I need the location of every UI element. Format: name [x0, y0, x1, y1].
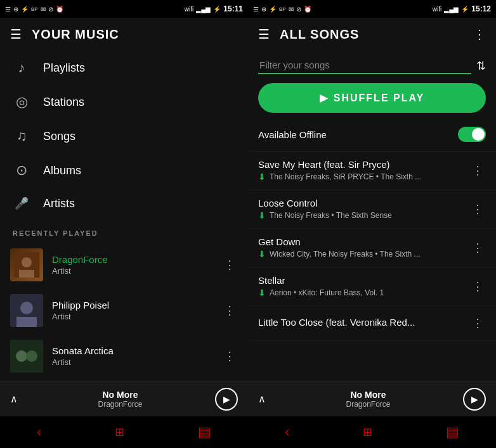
download-icon-2: ⬇ — [258, 249, 266, 259]
recent-name-philipp: Philipp Poisel — [52, 300, 212, 310]
back-icon-left[interactable]: ‹ — [37, 424, 41, 440]
recent-item-dragonforce[interactable]: DragonForce Artist ⋮ — [0, 242, 248, 288]
song-item-1[interactable]: Loose Control ⬇ The Noisy Freaks • The S… — [248, 190, 496, 229]
now-playing-artist-right: DragonForce — [273, 400, 463, 409]
song-more-1[interactable]: ⋮ — [469, 200, 486, 219]
song-more-0[interactable]: ⋮ — [469, 161, 486, 180]
recent-info-dragonforce: DragonForce Artist — [52, 254, 212, 276]
song-more-2[interactable]: ⋮ — [469, 238, 486, 257]
now-playing-info-right: No More DragonForce — [273, 390, 463, 409]
status-left-right: ☰ ⊕ ⚡ BP ✉ ⊘ ⏰ — [253, 6, 311, 13]
song-more-4[interactable]: ⋮ — [469, 314, 486, 333]
song-item-4[interactable]: Little Too Close (feat. Veronika Red... … — [248, 306, 496, 341]
nav-item-stations[interactable]: ◎ Stations — [0, 85, 248, 119]
status-right-right: wifi ▂▄▆ ⚡ 15:12 — [433, 4, 491, 13]
recent-type-dragonforce: Artist — [52, 266, 212, 276]
shuffle-play-icon: ▶ — [320, 92, 329, 104]
recent-type-philipp: Artist — [52, 312, 212, 321]
left-panel: ☰ ⊕ ⚡ BP ✉ ⊘ ⏰ wifi ▂▄▆ ⚡ 15:11 ☰ YOUR M… — [0, 0, 248, 448]
nav-item-albums[interactable]: ⊙ Albums — [0, 153, 248, 188]
song-meta-text-1: The Noisy Freaks • The Sixth Sense — [270, 211, 392, 220]
song-item-2[interactable]: Get Down ⬇ Wicked City, The Noisy Freaks… — [248, 229, 496, 267]
clock-icon-right: ⏰ — [304, 6, 311, 13]
menu-icon-left[interactable]: ☰ — [10, 27, 22, 42]
chevron-up-icon-left: ∧ — [10, 393, 18, 405]
battery-icon: ⚡ — [213, 6, 221, 13]
song-meta-1: ⬇ The Noisy Freaks • The Sixth Sense — [258, 210, 463, 221]
song-item-3[interactable]: Stellar ⬇ Aerion • xKito: Future Bass, V… — [248, 267, 496, 306]
svg-point-1 — [22, 257, 32, 267]
battery-icon-right: ⚡ — [461, 6, 469, 13]
wifi-icon-right: wifi — [433, 6, 441, 13]
avatar-sonata — [10, 340, 43, 373]
toggle-knob — [472, 128, 485, 141]
top-bar-left: ☰ YOUR MUSIC — [0, 18, 248, 51]
svg-point-8 — [26, 350, 37, 362]
song-meta-text-2: Wicked City, The Noisy Freaks • The Sixt… — [270, 250, 421, 259]
avatar-dragonforce — [10, 248, 43, 281]
now-playing-title-right: No More — [273, 390, 463, 400]
song-title-2: Get Down — [258, 236, 463, 247]
menu-icon-right[interactable]: ☰ — [258, 27, 270, 42]
now-playing-bar-left[interactable]: ∧ No More DragonForce ▶ — [0, 381, 248, 416]
song-title-0: Save My Heart (feat. Sir Pryce) — [258, 159, 463, 170]
status-time-left: 15:11 — [223, 4, 243, 13]
recent-type-sonata: Artist — [52, 357, 212, 367]
recent-item-philipp[interactable]: Philipp Poisel Artist ⋮ — [0, 288, 248, 333]
block-icon-right: ⊘ — [296, 6, 301, 13]
bottom-nav-right: ‹ ⊞ ▤ — [248, 416, 496, 448]
signal-icon: ▂▄▆ — [196, 6, 211, 13]
status-left-icons: ☰ ⊕ ⚡ BP ✉ ⊘ ⏰ — [5, 6, 63, 13]
song-meta-2: ⬇ Wicked City, The Noisy Freaks • The Si… — [258, 249, 463, 259]
album-icon: ⊙ — [13, 162, 30, 179]
nav-item-songs[interactable]: ♫ Songs — [0, 119, 248, 153]
back-icon-right[interactable]: ‹ — [285, 424, 289, 440]
home-icon-left[interactable]: ⊞ — [115, 425, 124, 439]
filter-input[interactable] — [258, 57, 471, 74]
nav-list: ♪ Playlists ◎ Stations ♫ Songs ⊙ Albums … — [0, 51, 248, 381]
song-icon: ♫ — [13, 128, 30, 144]
now-playing-bar-right[interactable]: ∧ No More DragonForce ▶ — [248, 381, 496, 416]
svg-rect-2 — [19, 270, 34, 278]
clock-icon: ⏰ — [56, 6, 63, 13]
filter-row: ⇅ — [248, 51, 496, 80]
signal-icon-right: ▂▄▆ — [444, 6, 459, 13]
song-info-4: Little Too Close (feat. Veronika Red... — [258, 317, 463, 330]
more-options-icon[interactable]: ⋮ — [473, 27, 486, 42]
play-button-left[interactable]: ▶ — [215, 388, 238, 411]
more-options-sonata[interactable]: ⋮ — [221, 347, 238, 366]
recents-icon-right[interactable]: ▤ — [446, 424, 459, 440]
offline-toggle[interactable] — [458, 127, 486, 142]
home-icon-right[interactable]: ⊞ — [363, 425, 372, 439]
status-bar-left: ☰ ⊕ ⚡ BP ✉ ⊘ ⏰ wifi ▂▄▆ ⚡ 15:11 — [0, 0, 248, 18]
nav-item-playlists[interactable]: ♪ Playlists — [0, 51, 248, 85]
now-playing-artist-left: DragonForce — [25, 400, 215, 409]
shuffle-play-button[interactable]: ▶ SHUFFLE PLAY — [258, 83, 486, 113]
recent-item-sonata[interactable]: Sonata Arctica Artist ⋮ — [0, 333, 248, 379]
hamburger-status-icon: ☰ — [5, 6, 11, 13]
song-info-0: Save My Heart (feat. Sir Pryce) ⬇ The No… — [258, 159, 463, 182]
available-offline-row: Available Offline — [248, 120, 496, 151]
more-options-philipp[interactable]: ⋮ — [221, 301, 238, 320]
bp-icon-right: BP — [279, 6, 286, 12]
song-item-0[interactable]: Save My Heart (feat. Sir Pryce) ⬇ The No… — [248, 151, 496, 190]
recents-icon-left[interactable]: ▤ — [198, 424, 211, 440]
sort-icon[interactable]: ⇅ — [476, 59, 486, 73]
more-options-dragonforce[interactable]: ⋮ — [221, 255, 238, 274]
download-icon-1: ⬇ — [258, 210, 266, 221]
nav-item-artists[interactable]: 🎤 Artists — [0, 188, 248, 219]
svg-rect-5 — [16, 317, 37, 327]
song-more-3[interactable]: ⋮ — [469, 277, 486, 296]
song-info-2: Get Down ⬇ Wicked City, The Noisy Freaks… — [258, 236, 463, 259]
recently-played-label: RECENTLY PLAYED — [0, 219, 248, 242]
song-title-1: Loose Control — [258, 198, 463, 208]
spotify-icon-right: ⊕ — [261, 6, 266, 13]
page-title-left: YOUR MUSIC — [32, 27, 238, 42]
song-meta-text-0: The Noisy Freaks, SiR PRYCE • The Sixth … — [270, 172, 421, 181]
recent-info-philipp: Philipp Poisel Artist — [52, 300, 212, 321]
song-info-3: Stellar ⬇ Aerion • xKito: Future Bass, V… — [258, 275, 463, 298]
nav-label-songs: Songs — [43, 130, 75, 143]
recent-info-sonata: Sonata Arctica Artist — [52, 345, 212, 367]
play-button-right[interactable]: ▶ — [463, 388, 486, 411]
nav-label-stations: Stations — [43, 96, 84, 109]
